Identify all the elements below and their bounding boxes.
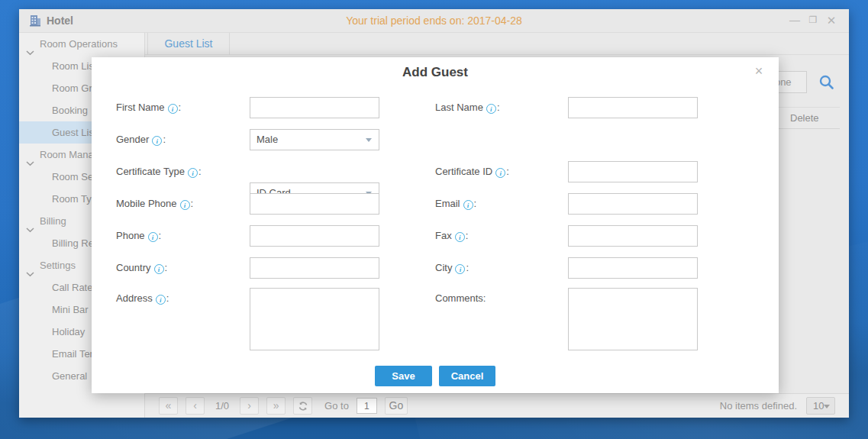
gender-select[interactable]: Male	[250, 129, 379, 150]
tab-guest-list[interactable]: Guest List	[147, 33, 230, 55]
first-name-input[interactable]	[250, 97, 379, 118]
close-window-button[interactable]: ✕	[823, 9, 840, 33]
chevron-down-icon	[26, 263, 34, 268]
minimize-button[interactable]: —	[786, 9, 803, 33]
close-dialog-icon[interactable]: ×	[751, 63, 766, 79]
save-button[interactable]: Save	[375, 366, 432, 386]
delete-column-header: Delete	[790, 108, 819, 128]
chevron-down-icon	[26, 218, 34, 224]
last-name-label: Last Namei:	[435, 102, 500, 113]
comments-label: Comments:	[435, 292, 486, 304]
prev-page-button[interactable]: ‹	[186, 397, 205, 415]
certificate-id-label: Certificate IDi:	[435, 166, 509, 177]
email-input[interactable]	[568, 193, 698, 215]
refresh-button[interactable]	[293, 397, 312, 415]
info-icon: i	[188, 168, 198, 178]
info-icon: i	[495, 168, 505, 178]
chevron-down-icon	[26, 41, 34, 47]
page-size-value: 10	[813, 400, 824, 412]
chevron-down-icon	[26, 152, 34, 157]
sidebar-group-label: Billing	[40, 210, 66, 232]
sidebar-group-label: Room Operations	[40, 33, 118, 55]
info-icon: i	[154, 264, 164, 274]
last-name-input[interactable]	[568, 97, 698, 118]
first-page-button[interactable]: «	[159, 397, 178, 415]
country-label: Countryi:	[116, 262, 167, 273]
info-icon: i	[455, 232, 465, 242]
sidebar-group-label: Settings	[40, 254, 76, 276]
info-icon: i	[486, 104, 496, 114]
phone-input[interactable]	[250, 225, 379, 247]
page-indicator: 1/0	[215, 400, 229, 412]
info-icon: i	[463, 200, 473, 210]
tab-bar: Guest List	[145, 33, 849, 55]
info-icon: i	[148, 232, 158, 242]
page-size-select[interactable]: 10	[806, 397, 835, 415]
info-icon: i	[180, 200, 190, 210]
gender-selected-value: Male	[257, 134, 278, 145]
certificate-id-input[interactable]	[568, 161, 698, 182]
city-input[interactable]	[568, 257, 698, 279]
certificate-type-label: Certificate Typei:	[116, 166, 202, 177]
desktop-background: Hotel Your trial period ends on: 2017-04…	[0, 0, 868, 439]
fax-label: Faxi:	[435, 230, 468, 241]
address-textarea[interactable]	[250, 288, 379, 350]
fax-input[interactable]	[568, 225, 698, 247]
comments-textarea[interactable]	[568, 288, 698, 350]
next-page-button[interactable]: ›	[240, 397, 259, 415]
info-icon: i	[152, 136, 162, 146]
city-label: Cityi:	[435, 262, 469, 273]
title-bar: Hotel Your trial period ends on: 2017-04…	[19, 9, 849, 33]
add-guest-dialog: Add Guest × First Namei: Last Namei: Gen…	[92, 57, 779, 393]
info-icon: i	[168, 104, 178, 114]
info-icon: i	[156, 295, 166, 305]
cancel-button[interactable]: Cancel	[439, 366, 495, 386]
info-icon: i	[455, 264, 465, 274]
dialog-title: Add Guest	[92, 65, 779, 80]
address-label: Addressi:	[116, 292, 169, 304]
gender-label: Genderi:	[116, 134, 166, 145]
chevron-down-icon	[824, 405, 830, 408]
chevron-down-icon	[366, 138, 372, 142]
goto-label: Go to	[324, 400, 349, 412]
search-icon[interactable]	[818, 74, 834, 93]
go-button[interactable]: Go	[385, 397, 408, 415]
maximize-button[interactable]: ❐	[805, 9, 821, 33]
country-input[interactable]	[250, 257, 379, 279]
sidebar-group-room-operations[interactable]: Room Operations	[19, 33, 144, 55]
email-label: Emaili:	[435, 198, 476, 209]
last-page-button[interactable]: »	[266, 397, 286, 415]
goto-page-input[interactable]	[357, 398, 377, 414]
phone-label: Phonei:	[116, 230, 161, 241]
mobile-phone-input[interactable]	[250, 193, 379, 215]
status-text: No items defined.	[720, 400, 797, 412]
mobile-phone-label: Mobile Phonei:	[116, 198, 193, 209]
first-name-label: First Namei:	[116, 102, 181, 113]
trial-notice: Your trial period ends on: 2017-04-28	[19, 9, 849, 33]
pagination-bar: « ‹ 1/0 › » Go to Go No items de	[145, 393, 849, 418]
